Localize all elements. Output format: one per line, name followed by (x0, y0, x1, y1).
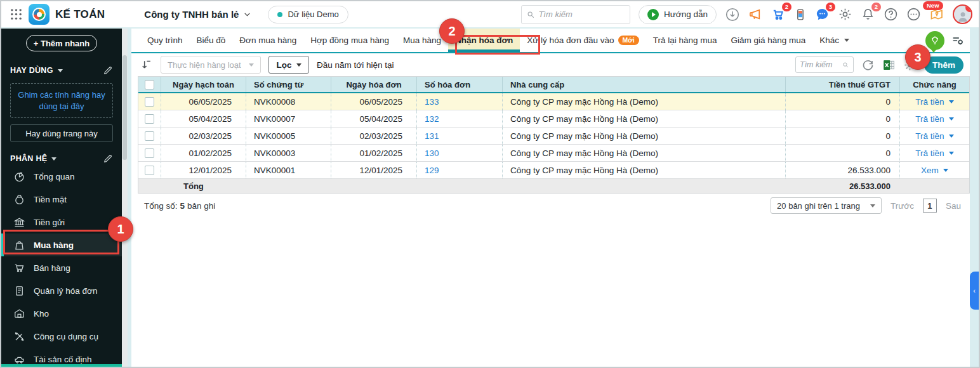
tab-mua-hang[interactable]: Mua hàng (396, 29, 448, 52)
row-checkbox[interactable] (145, 148, 154, 158)
section-favorites[interactable]: HAY DÙNG (1, 65, 122, 76)
chat-icon[interactable]: 3 (815, 7, 830, 22)
tab-xu-ly-hoa-don-dau-vao[interactable]: Xử lý hóa đơn đầu vào Mới (520, 29, 646, 52)
table-search-input[interactable] (800, 60, 840, 69)
invoice-number-link[interactable]: 131 (425, 131, 439, 141)
col-chuc-nang[interactable]: Chức năng (899, 77, 969, 92)
pin-hint[interactable]: Ghim các tính năng hay dùng tại đây (10, 83, 113, 118)
tab-tra-lai-hang-mua[interactable]: Trả lại hàng mua (646, 29, 724, 52)
export-excel-icon[interactable] (882, 58, 896, 72)
demo-data-badge[interactable]: Dữ liệu Demo (268, 6, 348, 23)
table-row[interactable]: 05/04/2025 NVK00007 05/04/2025 132 Công … (138, 110, 969, 128)
chevron-down-icon[interactable] (949, 135, 954, 138)
select-all-checkbox[interactable] (145, 80, 154, 89)
tab-quy-trinh[interactable]: Quy trình (140, 29, 190, 52)
sort-icon[interactable] (140, 58, 153, 71)
money-bag-icon (13, 194, 25, 206)
sidebar-item-tien-mat[interactable]: Tiền mặt (1, 188, 122, 211)
side-panel-toggle[interactable]: ‹ (970, 272, 979, 310)
chevron-down-icon[interactable] (949, 152, 954, 155)
bell-icon[interactable]: 2 (861, 7, 875, 22)
app-logo-icon (29, 4, 50, 25)
gear-icon[interactable] (838, 7, 852, 22)
tips-lightbulb-icon[interactable] (925, 31, 944, 50)
batch-action-dropdown[interactable]: Thực hiện hàng loạt (161, 56, 261, 74)
period-label: Đầu năm tới hiện tại (317, 60, 394, 70)
phone-icon[interactable] (794, 8, 807, 22)
sidebar-item-quan-ly-hoa-don[interactable]: Quản lý hóa đơn (1, 279, 122, 302)
invoice-number-link[interactable]: 133 (425, 97, 439, 107)
quick-add-button[interactable]: + Thêm nhanh (26, 35, 97, 51)
tab-giam-gia-hang-mua[interactable]: Giảm giá hàng mua (724, 29, 813, 52)
page-size-select[interactable]: 20 bản ghi trên 1 trang (771, 197, 882, 214)
row-action-link[interactable]: Trả tiền (915, 148, 944, 158)
col-so-chung-tu[interactable]: Số chứng từ (246, 77, 331, 92)
apps-grid-icon[interactable] (10, 8, 22, 20)
tab-don-mua-hang[interactable]: Đơn mua hàng (232, 29, 303, 52)
row-action-link[interactable]: Trả tiền (915, 131, 944, 141)
refresh-icon[interactable] (861, 58, 875, 72)
filter-button[interactable]: Lọc (268, 56, 309, 74)
sidebar-item-tong-quan[interactable]: Tổng quan (1, 165, 122, 188)
col-ngay-hoa-don[interactable]: Ngày hóa đơn (331, 77, 416, 92)
table-row[interactable]: 01/02/2025 NVK00003 01/02/2025 130 Công … (138, 145, 969, 162)
row-checkbox[interactable] (145, 131, 154, 141)
edit-pencil-icon[interactable] (103, 65, 113, 76)
table-row[interactable]: 02/03/2025 NVK00005 02/03/2025 131 Công … (138, 128, 969, 145)
row-checkbox[interactable] (145, 114, 154, 124)
row-action-link[interactable]: Trả tiền (915, 114, 944, 124)
app-title: KẾ TOÁN (55, 8, 105, 21)
global-search-input[interactable] (538, 10, 625, 19)
add-button[interactable]: Thêm (924, 56, 963, 74)
sidebar-item-ban-hang[interactable]: Bán hàng (1, 256, 122, 279)
favorites-page-button[interactable]: Hay dùng trang này (10, 124, 113, 142)
sidebar-item-mua-hang[interactable]: Mua hàng (1, 233, 122, 256)
view-settings-icon[interactable] (951, 34, 965, 48)
col-nha-cung-cap[interactable]: Nhà cung cấp (502, 77, 785, 92)
sidebar-scrollbar[interactable] (122, 29, 128, 367)
new-badge: New (923, 1, 943, 10)
chat-badge: 3 (826, 3, 835, 11)
store-cart-icon[interactable]: 2 (771, 7, 786, 22)
table-settings-gear-icon[interactable] (903, 58, 917, 72)
table-row[interactable]: 12/01/2025 NVK00001 12/01/2025 129 Công … (138, 162, 969, 179)
edit-pencil-icon[interactable] (103, 154, 113, 164)
tab-nhan-hoa-don[interactable]: Nhận hóa đơn (448, 29, 520, 52)
col-so-hoa-don[interactable]: Số hóa đơn (416, 77, 502, 92)
pagination-bar: Tổng số: 5 bản ghi 20 bản ghi trên 1 tra… (131, 194, 970, 218)
invoice-number-link[interactable]: 130 (425, 148, 439, 158)
more-icon[interactable] (906, 7, 921, 22)
sidebar-item-kho[interactable]: Kho (1, 302, 122, 325)
row-action-link[interactable]: Xem (921, 166, 939, 175)
invoice-number-link[interactable]: 132 (425, 114, 439, 124)
tab-bar: Quy trình Biểu đồ Đơn mua hàng Hợp đồng … (131, 29, 970, 53)
sidebar-item-cong-cu-dung-cu[interactable]: Công cụ dụng cụ (1, 325, 122, 348)
row-checkbox[interactable] (145, 97, 154, 107)
tab-hop-dong-mua-hang[interactable]: Hợp đồng mua hàng (303, 29, 396, 52)
chevron-down-icon[interactable] (949, 117, 954, 121)
chevron-down-icon[interactable] (943, 169, 948, 172)
tab-bieu-do[interactable]: Biểu đồ (190, 29, 233, 52)
download-icon[interactable] (725, 7, 740, 22)
current-page-box[interactable]: 1 (923, 199, 937, 213)
invoice-number-link[interactable]: 129 (425, 166, 439, 175)
sidebar-item-label: Tiền gửi (34, 218, 65, 227)
chevron-down-icon[interactable] (949, 100, 954, 103)
section-modules[interactable]: PHÂN HỆ (1, 154, 122, 164)
next-page-button[interactable]: Sau (946, 201, 961, 211)
col-tien-thue-gtgt[interactable]: Tiền thuế GTGT (785, 77, 899, 92)
sidebar-item-tien-gui[interactable]: Tiền gửi (1, 211, 122, 233)
guide-button[interactable]: Hướng dẫn (639, 5, 717, 24)
company-selector[interactable]: Công ty TNHH bán lẻ (144, 9, 251, 20)
help-icon[interactable] (884, 7, 898, 22)
map-new-icon[interactable]: New (929, 7, 944, 22)
tab-khac-dropdown[interactable]: Khác (812, 29, 856, 52)
prev-page-button[interactable]: Trước (891, 201, 914, 211)
col-ngay-hach-toan[interactable]: Ngày hạch toán (161, 77, 246, 92)
row-action-link[interactable]: Trả tiền (915, 97, 944, 107)
avatar[interactable]: ! (953, 4, 972, 24)
scrollbar-thumb[interactable] (122, 55, 127, 160)
row-checkbox[interactable] (145, 166, 154, 175)
table-row[interactable]: 06/05/2025 NVK00008 06/05/2025 133 Công … (138, 93, 969, 110)
megaphone-icon[interactable] (748, 7, 763, 22)
